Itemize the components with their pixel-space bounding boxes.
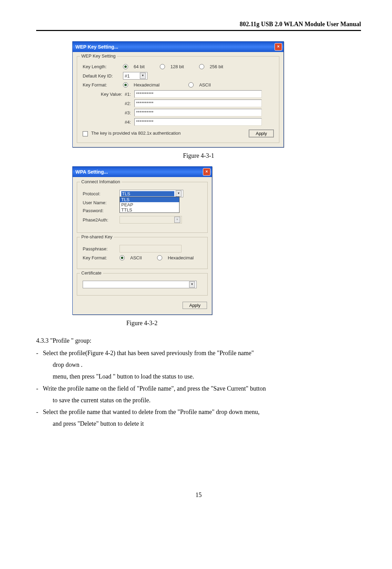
psk-hex[interactable]: Hexadecimal: [168, 255, 194, 260]
passphrase-label: Passphrase:: [83, 246, 115, 251]
chevron-down-icon[interactable]: ▾: [189, 281, 195, 288]
auth-label: The key is provided via 802.1x authentic…: [91, 131, 180, 136]
phase2auth-select: ▾: [120, 216, 182, 224]
wep-apply-button[interactable]: Apply: [249, 130, 274, 137]
chevron-down-icon[interactable]: ▾: [140, 73, 146, 79]
wep-title: WEP Key Setting...: [75, 44, 118, 50]
wpa-dialog: WPA Setting... × Connect Infomation Prot…: [72, 166, 212, 315]
chevron-down-icon[interactable]: ▾: [176, 190, 182, 197]
auth-checkbox[interactable]: [83, 131, 88, 136]
section-433-heading: 4.3.3 "Profile " group:: [36, 337, 361, 344]
dd-opt-tls[interactable]: TLS: [120, 197, 179, 202]
wpa-title: WPA Setting...: [75, 169, 108, 175]
connect-info-label: Connect Infomation: [80, 179, 122, 184]
wep-dialog: WEP Key Setting... × WEP Key Setting Key…: [72, 41, 284, 147]
psk-keyformat-label: Key Format:: [83, 255, 115, 260]
radio-128bit[interactable]: [160, 64, 165, 69]
key-value-label: Key Value:: [101, 92, 122, 97]
psk-group-label: Pre-shared Key: [80, 234, 114, 239]
key4-label: #4:: [83, 120, 134, 125]
phase2auth-label: Phase2Auth:: [83, 217, 115, 223]
dd-opt-peap[interactable]: PEAP: [120, 202, 179, 207]
opt-64bit[interactable]: 64 bit: [134, 64, 145, 69]
protocol-label: Protocol:: [83, 191, 115, 196]
psk-ascii[interactable]: ASCII: [130, 255, 142, 260]
dd-opt-ttls[interactable]: TTLS: [120, 207, 179, 213]
page-number: 15: [36, 492, 361, 499]
figure-431-caption: Figure 4-3-1: [36, 152, 361, 159]
key4-input[interactable]: **********: [134, 118, 262, 126]
radio-256bit[interactable]: [199, 64, 204, 69]
body-paragraph: - Select the profile(Figure 4-2) that ha…: [36, 347, 361, 430]
default-key-label: Default Key ID:: [83, 73, 119, 79]
protocol-select[interactable]: TLS ▾: [120, 190, 183, 197]
wep-titlebar: WEP Key Setting... ×: [73, 42, 283, 52]
key1-input[interactable]: **********: [134, 90, 262, 98]
key3-input[interactable]: **********: [134, 109, 262, 116]
figure-432-caption: Figure 4-3-2: [72, 320, 212, 327]
passphrase-input: [120, 245, 182, 252]
radio-psk-hex[interactable]: [157, 255, 162, 260]
certificate-select[interactable]: ▾: [83, 281, 197, 288]
protocol-dropdown[interactable]: TLS PEAP TTLS: [120, 197, 179, 213]
password-label: Password:: [83, 208, 115, 213]
key2-label: #2:: [83, 101, 134, 106]
wpa-apply-button[interactable]: Apply: [183, 302, 207, 309]
radio-64bit[interactable]: [123, 64, 128, 69]
key2-input[interactable]: **********: [134, 100, 262, 107]
username-label: User Name:: [83, 200, 115, 205]
key3-label: #3:: [83, 110, 134, 115]
page-header: 802.11g USB 2.0 WLAN Module User Manual: [36, 21, 361, 30]
header-rule: [36, 30, 361, 31]
key-format-label: Key Format:: [83, 82, 119, 87]
radio-ascii[interactable]: [188, 82, 194, 87]
radio-hex[interactable]: [123, 82, 128, 87]
radio-psk-ascii[interactable]: [120, 255, 125, 260]
wep-group-label: WEP Key Setting: [80, 53, 117, 59]
fmt-hex[interactable]: Hexadecimal: [134, 82, 159, 87]
fmt-ascii[interactable]: ASCII: [199, 82, 211, 87]
close-icon[interactable]: ×: [275, 43, 282, 51]
wpa-titlebar: WPA Setting... ×: [73, 167, 212, 177]
opt-256bit[interactable]: 256 bit: [210, 64, 223, 69]
chevron-down-icon: ▾: [174, 217, 180, 223]
key-length-label: Key Length:: [83, 64, 119, 69]
cert-group-label: Certificate: [80, 270, 103, 276]
opt-128bit[interactable]: 128 bit: [171, 64, 184, 69]
close-icon[interactable]: ×: [203, 168, 210, 176]
default-key-select[interactable]: #1 ▾: [123, 72, 147, 80]
